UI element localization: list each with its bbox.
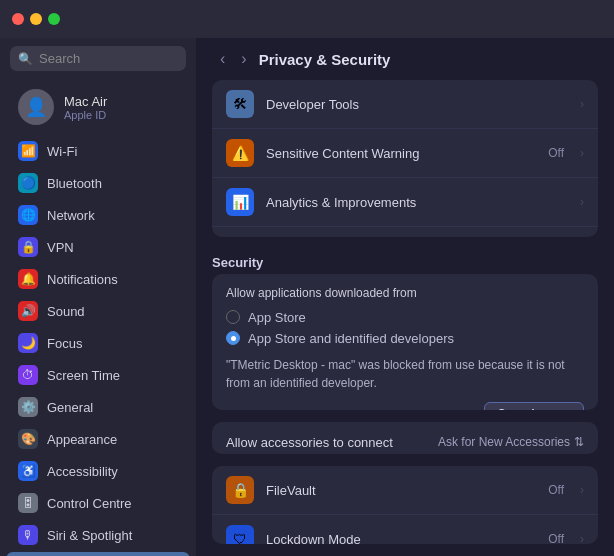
appearance-icon: 🎨 xyxy=(18,429,38,449)
lockdown-mode-icon: 🛡 xyxy=(226,525,254,544)
sensitive-content-item[interactable]: ⚠️ Sensitive Content Warning Off › xyxy=(212,129,598,178)
analytics-icon: 📊 xyxy=(226,188,254,216)
forward-button[interactable]: › xyxy=(237,48,250,70)
filevault-label: FileVault xyxy=(266,483,536,498)
sidebar-item-label: Accessibility xyxy=(47,464,118,479)
maximize-button[interactable] xyxy=(48,13,60,25)
developer-tools-item[interactable]: 🛠 Developer Tools › xyxy=(212,80,598,129)
user-subtitle: Apple ID xyxy=(64,109,107,121)
lockdown-mode-label: Lockdown Mode xyxy=(266,532,536,544)
bottom-settings-group: 🔒 FileVault Off › 🛡 Lockdown Mode Off › xyxy=(212,466,598,544)
analytics-item[interactable]: 📊 Analytics & Improvements › xyxy=(212,178,598,227)
blocked-note: "TMetric Desktop - mac" was blocked from… xyxy=(226,356,584,392)
sidebar-item-vpn[interactable]: 🔒 VPN xyxy=(6,232,190,262)
developer-tools-label: Developer Tools xyxy=(266,97,564,112)
radio-circle-app-store xyxy=(226,310,240,324)
sidebar-item-screen-time[interactable]: ⏱ Screen Time xyxy=(6,360,190,390)
sidebar-item-focus[interactable]: 🌙 Focus xyxy=(6,328,190,358)
focus-icon: 🌙 xyxy=(18,333,38,353)
sidebar-item-general[interactable]: ⚙️ General xyxy=(6,392,190,422)
filevault-item[interactable]: 🔒 FileVault Off › xyxy=(212,466,598,515)
accessibility-icon: ♿ xyxy=(18,461,38,481)
screen-time-icon: ⏱ xyxy=(18,365,38,385)
vpn-icon: 🔒 xyxy=(18,237,38,257)
sidebar-item-label: Screen Time xyxy=(47,368,120,383)
user-info: Mac Air Apple ID xyxy=(64,94,107,121)
sidebar-item-sound[interactable]: 🔊 Sound xyxy=(6,296,190,326)
traffic-lights xyxy=(12,13,60,25)
page-title: Privacy & Security xyxy=(259,51,391,68)
general-icon: ⚙️ xyxy=(18,397,38,417)
accessories-item[interactable]: Allow accessories to connect Ask for New… xyxy=(212,422,598,454)
accessories-row: Allow accessories to connect Ask for New… xyxy=(212,422,598,454)
content-header: ‹ › Privacy & Security xyxy=(196,38,614,80)
sidebar-item-siri-spotlight[interactable]: 🎙 Siri & Spotlight xyxy=(6,520,190,550)
filevault-value: Off xyxy=(548,483,564,497)
accessories-value: Ask for New Accessories xyxy=(438,435,570,449)
sidebar-item-privacy-security[interactable]: 🔐 Privacy & Security xyxy=(6,552,190,556)
search-box[interactable]: 🔍 Search xyxy=(10,46,186,71)
sidebar-item-label: VPN xyxy=(47,240,74,255)
sidebar-item-accessibility[interactable]: ♿ Accessibility xyxy=(6,456,190,486)
minimize-button[interactable] xyxy=(30,13,42,25)
sidebar-item-label: General xyxy=(47,400,93,415)
accessories-label: Allow accessories to connect xyxy=(226,435,426,450)
analytics-label: Analytics & Improvements xyxy=(266,195,564,210)
radio-label-app-store: App Store xyxy=(248,310,306,325)
sidebar-item-label: Focus xyxy=(47,336,82,351)
apple-advertising-item[interactable]: 📣 Apple Advertising › xyxy=(212,227,598,237)
sidebar-item-network[interactable]: 🌐 Network xyxy=(6,200,190,230)
content-area: ‹ › Privacy & Security 🛠 Developer Tools… xyxy=(196,38,614,556)
bluetooth-icon: 🔵 xyxy=(18,173,38,193)
sidebar-item-label: Bluetooth xyxy=(47,176,102,191)
chevron-right-icon: › xyxy=(580,483,584,497)
top-settings-group: 🛠 Developer Tools › ⚠️ Sensitive Content… xyxy=(212,80,598,237)
sidebar-item-label: Siri & Spotlight xyxy=(47,528,132,543)
sensitive-content-icon: ⚠️ xyxy=(226,139,254,167)
title-bar xyxy=(0,0,614,38)
accessories-select[interactable]: Ask for New Accessories ⇅ xyxy=(438,435,584,449)
sidebar: 🔍 Search 👤 Mac Air Apple ID 📶 Wi-Fi 🔵 Bl… xyxy=(0,38,196,556)
sidebar-item-bluetooth[interactable]: 🔵 Bluetooth xyxy=(6,168,190,198)
filevault-icon: 🔒 xyxy=(226,476,254,504)
sensitive-content-label: Sensitive Content Warning xyxy=(266,146,536,161)
sidebar-item-label: Sound xyxy=(47,304,85,319)
lockdown-mode-item[interactable]: 🛡 Lockdown Mode Off › xyxy=(212,515,598,544)
network-icon: 🌐 xyxy=(18,205,38,225)
sidebar-item-label: Notifications xyxy=(47,272,118,287)
sensitive-content-value: Off xyxy=(548,146,564,160)
sidebar-item-appearance[interactable]: 🎨 Appearance xyxy=(6,424,190,454)
radio-app-store-identified[interactable]: App Store and identified developers xyxy=(226,331,584,346)
open-anyway-button[interactable]: Open Anyway xyxy=(484,402,584,410)
notifications-icon: 🔔 xyxy=(18,269,38,289)
control-centre-icon: 🎛 xyxy=(18,493,38,513)
sidebar-item-label: Control Centre xyxy=(47,496,132,511)
search-icon: 🔍 xyxy=(18,52,33,66)
chevron-right-icon: › xyxy=(580,97,584,111)
sidebar-item-label: Appearance xyxy=(47,432,117,447)
sidebar-item-label: Network xyxy=(47,208,95,223)
main-layout: 🔍 Search 👤 Mac Air Apple ID 📶 Wi-Fi 🔵 Bl… xyxy=(0,38,614,556)
user-name: Mac Air xyxy=(64,94,107,109)
sidebar-item-label: Wi-Fi xyxy=(47,144,77,159)
security-section-label: Security xyxy=(196,249,614,274)
sidebar-item-wifi[interactable]: 📶 Wi-Fi xyxy=(6,136,190,166)
close-button[interactable] xyxy=(12,13,24,25)
developer-tools-icon: 🛠 xyxy=(226,90,254,118)
back-button[interactable]: ‹ xyxy=(216,48,229,70)
sidebar-item-control-centre[interactable]: 🎛 Control Centre xyxy=(6,488,190,518)
siri-icon: 🎙 xyxy=(18,525,38,545)
radio-app-store[interactable]: App Store xyxy=(226,310,584,325)
security-card: Allow applications downloaded from App S… xyxy=(212,274,598,410)
wifi-icon: 📶 xyxy=(18,141,38,161)
sound-icon: 🔊 xyxy=(18,301,38,321)
sidebar-item-notifications[interactable]: 🔔 Notifications xyxy=(6,264,190,294)
avatar: 👤 xyxy=(18,89,54,125)
allow-apps-title: Allow applications downloaded from xyxy=(226,286,584,300)
lockdown-mode-value: Off xyxy=(548,532,564,544)
radio-circle-identified xyxy=(226,331,240,345)
radio-label-identified: App Store and identified developers xyxy=(248,331,454,346)
user-profile[interactable]: 👤 Mac Air Apple ID xyxy=(6,81,190,133)
radio-group: App Store App Store and identified devel… xyxy=(226,310,584,346)
stepper-icon: ⇅ xyxy=(574,435,584,449)
